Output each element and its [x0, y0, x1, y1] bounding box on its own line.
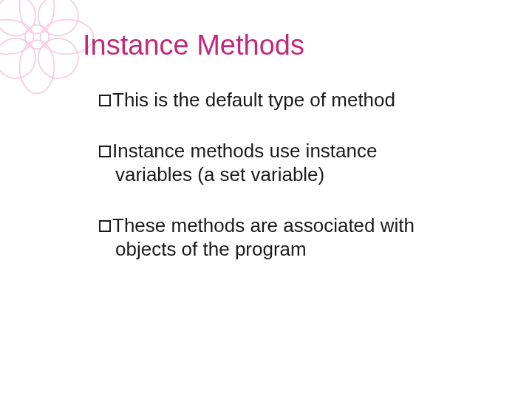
bullet-item: Instance methods use instance variables …	[99, 139, 488, 187]
bullet-item: These methods are associated with object…	[99, 214, 488, 262]
bullet-list: This is the default type of method Insta…	[89, 88, 488, 262]
checkbox-icon	[99, 95, 111, 106]
checkbox-icon	[99, 220, 111, 232]
bullet-text: This is the default type of method	[112, 89, 395, 111]
bullet-text: These methods are associated with	[112, 214, 415, 236]
bullet-item: This is the default type of method	[99, 88, 488, 112]
bullet-text: Instance methods use instance	[112, 140, 377, 162]
checkbox-icon	[99, 146, 111, 157]
bullet-continuation: objects of the program	[99, 237, 488, 262]
slide-title: Instance Methods	[83, 30, 488, 61]
slide-content: Instance Methods This is the default typ…	[0, 0, 532, 399]
bullet-continuation: variables (a set variable)	[99, 163, 488, 187]
